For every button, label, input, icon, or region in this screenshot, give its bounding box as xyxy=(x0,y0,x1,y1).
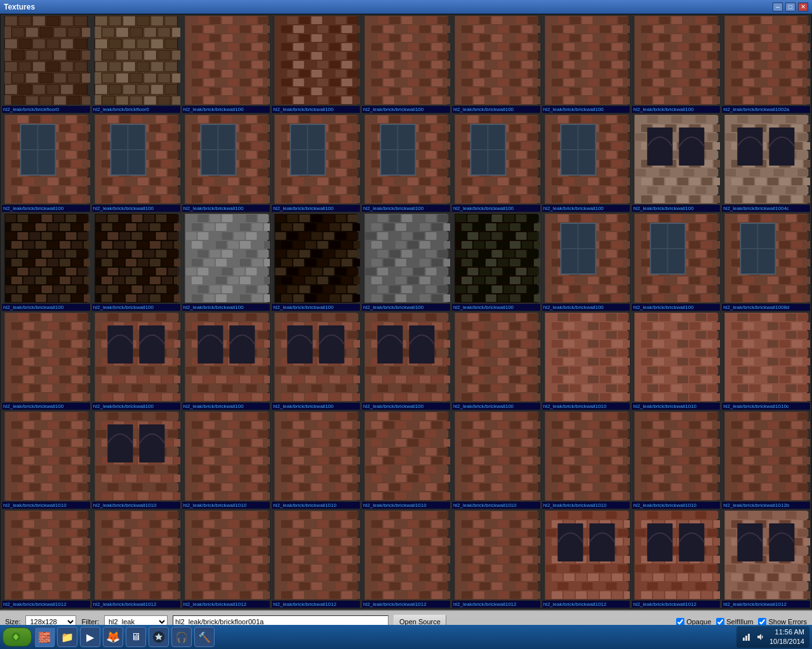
texture-cell[interactable]: hl2_leak/brick/brickwall1010 xyxy=(542,312,631,410)
svg-rect-2708 xyxy=(17,483,28,491)
texture-cell[interactable]: hl2_leak/brick/brickwall1012 xyxy=(631,510,721,608)
texture-cell[interactable]: hl2_leak/brick/brickwall1010 xyxy=(631,312,721,410)
svg-rect-374 xyxy=(396,61,406,69)
texture-cell[interactable]: hl2_leak/brick/brickwall1010 xyxy=(271,411,361,509)
texture-label: hl2_leak/brick/brickwall1010 xyxy=(632,502,720,509)
texture-cell[interactable]: hl2_leak/brick/brickwall1012 xyxy=(271,510,361,608)
texture-cell[interactable]: hl2_leak/brick/brickwall100 xyxy=(182,312,271,410)
texture-cell[interactable]: hl2_leak/brick/brickwall100 xyxy=(271,213,361,311)
texture-cell[interactable]: hl2_leak/brick/brickwall1010c xyxy=(721,312,811,410)
svg-rect-2266 xyxy=(312,367,323,374)
texture-cell[interactable]: hl2_leak/brick/brickwall1012 xyxy=(542,510,631,608)
texture-cell[interactable]: hl2_leak/brick/brickwall100 xyxy=(361,114,451,213)
texture-cell[interactable]: hl2_leak/brick/brickwall1012 xyxy=(721,510,811,608)
texture-cell[interactable]: hl2_leak/brick/brickwall100 xyxy=(451,213,541,311)
texture-cell[interactable]: hl2_leak/brick/brickwall1010 xyxy=(1,411,91,509)
svg-rect-1565 xyxy=(239,294,250,302)
svg-rect-1191 xyxy=(624,178,630,185)
tray-network[interactable] xyxy=(742,632,752,642)
clock[interactable]: 11:56 AM 10/18/2014 xyxy=(769,627,804,647)
texture-cell[interactable]: hl2_leak/brick/brickwall1010 xyxy=(451,411,541,509)
maximize-button[interactable]: □ xyxy=(785,3,795,11)
svg-rect-39 xyxy=(25,50,38,60)
texture-cell[interactable]: hl2_leak/brick/brickwall100 xyxy=(542,114,631,213)
svg-rect-281 xyxy=(288,34,298,42)
svg-rect-2950 xyxy=(444,421,450,429)
texture-cell[interactable]: hl2_leak/brick/brickwall100 xyxy=(451,15,541,114)
texture-cell[interactable]: hl2_leak/brick/brickwall100 xyxy=(91,312,181,410)
texture-cell[interactable]: hl2_leak/brick/brickwall100 xyxy=(182,114,271,213)
svg-rect-2546 xyxy=(665,358,676,365)
texture-cell[interactable]: hl2_leak/brick/brickwall1010 xyxy=(91,411,181,509)
svg-rect-3869 xyxy=(786,511,797,519)
texture-cell[interactable]: hl2_leak/brick/brickfloor0 xyxy=(1,15,91,114)
texture-cell[interactable]: hl2_leak/brick/brickwall1010 xyxy=(182,411,271,509)
svg-rect-1840 xyxy=(569,285,580,293)
texture-cell[interactable]: hl2_leak/brick/brickwall100 xyxy=(361,213,451,311)
texture-cell[interactable]: hl2_leak/brick/brickwall100 xyxy=(631,114,721,213)
svg-rect-545 xyxy=(588,96,599,104)
svg-rect-1129 xyxy=(510,195,521,203)
minimize-button[interactable]: – xyxy=(773,3,783,11)
svg-rect-740 xyxy=(77,169,88,176)
texture-cell[interactable]: hl2_leak/brick/brickwall1012b xyxy=(721,411,811,509)
start-button[interactable] xyxy=(3,627,32,646)
texture-cell[interactable]: hl2_leak/brick/brickwall100 xyxy=(1,312,91,410)
texture-cell[interactable]: hl2_leak/brick/brickwall100 xyxy=(182,15,271,114)
taskbar-explorer[interactable]: 📁 xyxy=(57,627,77,647)
tray-volume[interactable] xyxy=(755,632,766,642)
svg-rect-1342 xyxy=(762,187,773,194)
texture-cell[interactable]: hl2_leak/brick/brickwall100 xyxy=(361,312,451,410)
svg-rect-3720 xyxy=(569,511,580,519)
svg-rect-822 xyxy=(95,187,106,194)
texture-cell[interactable]: hl2_leak/brick/brickwall100 xyxy=(271,312,361,410)
svg-rect-2599 xyxy=(786,331,797,339)
texture-cell[interactable]: hl2_leak/brick/brickwall1012 xyxy=(182,510,271,608)
taskbar-hammer[interactable]: 🔨 xyxy=(194,627,215,647)
svg-rect-3577 xyxy=(377,511,388,519)
texture-cell[interactable]: hl2_leak/brick/brickwall1010 xyxy=(361,411,451,509)
texture-cell[interactable]: hl2_leak/brick/brickwall100 xyxy=(451,312,541,410)
texture-cell[interactable]: hl2_leak/brick/brickwall100 xyxy=(182,213,271,311)
texture-cell[interactable]: hl2_leak/brick/brickwall100 xyxy=(1,213,91,311)
svg-rect-2513 xyxy=(684,313,695,321)
svg-rect-971 xyxy=(288,187,298,194)
texture-cell[interactable]: hl2_leak/brick/brickwall1010 xyxy=(631,411,721,509)
texture-cell[interactable]: hl2_leak/brick/brickwall100 xyxy=(542,213,631,311)
texture-cell[interactable]: hl2_leak/brick/brickwall100 xyxy=(271,114,361,213)
svg-rect-744 xyxy=(48,178,58,185)
taskbar-audio[interactable]: 🎧 xyxy=(171,627,192,647)
svg-rect-1970 xyxy=(792,259,802,266)
texture-cell[interactable]: hl2_leak/brick/brickwall100 xyxy=(1,114,91,213)
texture-cell[interactable]: hl2_leak/brick/brickwall100 xyxy=(631,213,721,311)
texture-cell[interactable]: hl2_leak/brick/brickfloor0 xyxy=(91,15,181,114)
svg-rect-980 xyxy=(317,195,328,203)
svg-rect-676 xyxy=(804,79,810,86)
taskbar-display[interactable]: 🖥 xyxy=(126,627,146,647)
texture-cell[interactable]: hl2_leak/brick/brickwall100 xyxy=(542,15,631,114)
svg-rect-224 xyxy=(197,52,208,60)
texture-cell[interactable]: hl2_leak/brick/brickwall1008d xyxy=(721,213,811,311)
taskbar-textures[interactable]: 🧱 xyxy=(34,627,55,647)
texture-cell[interactable]: hl2_leak/brick/brickwall1004c xyxy=(721,114,811,213)
close-button[interactable]: ✕ xyxy=(798,3,808,11)
texture-cell[interactable]: hl2_leak/brick/brickwall1012 xyxy=(451,510,541,608)
svg-rect-93 xyxy=(67,96,80,105)
taskbar-steam[interactable] xyxy=(149,627,169,647)
texture-cell[interactable]: hl2_leak/brick/brickwall100 xyxy=(631,15,721,114)
texture-cell[interactable]: hl2_leak/brick/brickwall100 xyxy=(271,15,361,114)
texture-cell[interactable]: hl2_leak/brick/brickwall1012 xyxy=(1,510,91,608)
taskbar-media[interactable]: ▶ xyxy=(80,627,100,647)
svg-rect-2608 xyxy=(726,349,736,357)
texture-cell[interactable]: hl2_leak/brick/brickwall1010 xyxy=(542,411,631,509)
texture-cell[interactable]: hl2_leak/brick/brickwall100 xyxy=(361,15,451,114)
svg-rect-472 xyxy=(474,96,484,104)
texture-cell[interactable]: hl2_leak/brick/brickwall100 xyxy=(91,114,181,213)
svg-rect-800 xyxy=(168,151,178,159)
taskbar-firefox[interactable]: 🦊 xyxy=(103,627,123,647)
texture-cell[interactable]: hl2_leak/brick/brickwall1012 xyxy=(361,510,451,608)
texture-cell[interactable]: hl2_leak/brick/brickwall100 xyxy=(451,114,541,213)
texture-cell[interactable]: hl2_leak/brick/brickwall1002a xyxy=(721,15,811,114)
texture-cell[interactable]: hl2_leak/brick/brickwall100 xyxy=(91,213,181,311)
texture-cell[interactable]: hl2_leak/brick/brickwall1012 xyxy=(91,510,181,608)
